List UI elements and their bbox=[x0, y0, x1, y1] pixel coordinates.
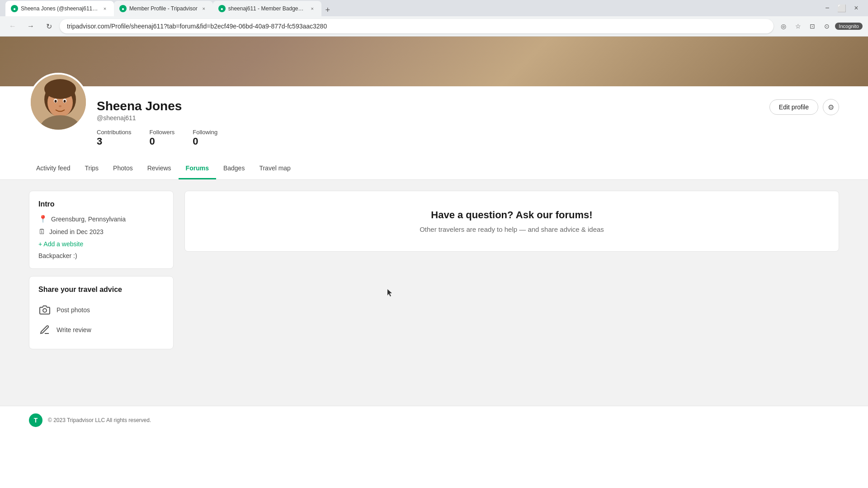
stats-row: Contributions 3 Followers 0 Following 0 bbox=[97, 129, 760, 147]
profile-actions: Edit profile ⚙ bbox=[769, 95, 839, 115]
profile-info: Sheena Jones @sheenaj611 Contributions 3… bbox=[97, 95, 760, 155]
intro-bio: Backpacker :) bbox=[38, 252, 164, 259]
svg-point-10 bbox=[43, 309, 47, 312]
address-icons: ◎ ☆ ⊡ ⊙ Incognito bbox=[777, 20, 863, 33]
incognito-badge: Incognito bbox=[835, 23, 863, 30]
bookmark-icon[interactable]: ⊡ bbox=[806, 20, 819, 33]
tab-favicon-3: ● bbox=[218, 5, 226, 12]
tabs-bar: ● Sheena Jones (@sheenaj611) - T... × ● … bbox=[0, 0, 868, 16]
settings-icon: ⚙ bbox=[828, 103, 834, 112]
pencil-icon bbox=[38, 324, 51, 336]
write-review-label: Write review bbox=[57, 326, 91, 333]
footer-logo: T bbox=[29, 413, 42, 427]
browser-tab-1[interactable]: ● Sheena Jones (@sheenaj611) - T... × bbox=[5, 1, 114, 16]
edit-profile-button[interactable]: Edit profile bbox=[769, 99, 818, 115]
forum-card: Have a question? Ask our forums! Other t… bbox=[184, 191, 839, 252]
location-icon: 📍 bbox=[38, 215, 47, 223]
tab-badges[interactable]: Badges bbox=[216, 158, 252, 179]
following-label: Following bbox=[193, 129, 217, 136]
profile-username: @sheenaj611 bbox=[97, 114, 760, 122]
post-photos-label: Post photos bbox=[57, 306, 90, 314]
back-button[interactable]: ← bbox=[5, 19, 20, 33]
sidebar: Intro 📍 Greensburg, Pennsylvania 🗓 Joine… bbox=[29, 180, 174, 406]
window-maximize-button[interactable]: ⬜ bbox=[835, 2, 848, 14]
profile-name: Sheena Jones bbox=[97, 99, 760, 113]
following-value: 0 bbox=[193, 136, 217, 147]
tab-travel-map[interactable]: Travel map bbox=[252, 158, 298, 179]
tab-favicon-1: ● bbox=[11, 5, 18, 12]
window-minimize-button[interactable]: − bbox=[821, 2, 834, 14]
share-title: Share your travel advice bbox=[38, 286, 164, 294]
calendar-icon: 🗓 bbox=[38, 228, 46, 236]
tab-label-3: sheenaj611 - Member Badges -... bbox=[228, 5, 306, 12]
profile-icon[interactable]: ⊙ bbox=[821, 20, 833, 33]
profile-content: Sheena Jones @sheenaj611 Contributions 3… bbox=[29, 86, 839, 155]
forum-subtitle: Other travelers are ready to help — and … bbox=[203, 225, 821, 233]
refresh-button[interactable]: ↻ bbox=[42, 19, 56, 33]
page: Sheena Jones @sheenaj611 Contributions 3… bbox=[0, 37, 868, 434]
tab-reviews[interactable]: Reviews bbox=[140, 158, 179, 179]
joined-text: Joined in Dec 2023 bbox=[49, 228, 104, 235]
tab-photos[interactable]: Photos bbox=[106, 158, 140, 179]
tab-close-2[interactable]: × bbox=[200, 5, 208, 12]
intro-website[interactable]: + Add a website bbox=[38, 240, 164, 248]
window-close-button[interactable]: × bbox=[850, 2, 863, 14]
forum-title: Have a question? Ask our forums! bbox=[203, 209, 821, 221]
intro-card: Intro 📍 Greensburg, Pennsylvania 🗓 Joine… bbox=[29, 191, 174, 269]
contributions-label: Contributions bbox=[97, 129, 132, 136]
main-content: Intro 📍 Greensburg, Pennsylvania 🗓 Joine… bbox=[0, 180, 868, 406]
avatar-container bbox=[29, 73, 88, 131]
avatar bbox=[29, 73, 88, 131]
stat-followers[interactable]: Followers 0 bbox=[150, 129, 175, 147]
svg-point-9 bbox=[59, 105, 61, 107]
tab-close-1[interactable]: × bbox=[101, 5, 108, 12]
address-input[interactable] bbox=[60, 19, 774, 33]
followers-label: Followers bbox=[150, 129, 175, 136]
settings-button[interactable]: ⚙ bbox=[823, 99, 839, 115]
stat-following[interactable]: Following 0 bbox=[193, 129, 217, 147]
followers-value: 0 bbox=[150, 136, 175, 147]
contributions-value: 3 bbox=[97, 136, 132, 147]
share-card: Share your travel advice Post photos bbox=[29, 276, 174, 349]
stat-contributions: Contributions 3 bbox=[97, 129, 132, 147]
browser-tab-3[interactable]: ● sheenaj611 - Member Badges -... × bbox=[213, 1, 321, 16]
new-tab-button[interactable]: + bbox=[321, 4, 334, 16]
location-text: Greensburg, Pennsylvania bbox=[51, 216, 126, 223]
profile-section: Sheena Jones @sheenaj611 Contributions 3… bbox=[0, 86, 868, 180]
tab-close-3[interactable]: × bbox=[309, 5, 316, 12]
star-icon[interactable]: ☆ bbox=[792, 20, 804, 33]
forum-content: Have a question? Ask our forums! Other t… bbox=[174, 180, 839, 406]
footer: T © 2023 Tripadvisor LLC All rights rese… bbox=[0, 406, 868, 434]
write-review-item[interactable]: Write review bbox=[38, 320, 164, 340]
intro-title: Intro bbox=[38, 200, 164, 208]
incognito-label: Incognito bbox=[839, 23, 859, 29]
cover-photo bbox=[0, 37, 868, 86]
add-website-link[interactable]: + Add a website bbox=[38, 240, 83, 248]
tab-favicon-2: ● bbox=[119, 5, 127, 12]
incognito-icon: ◎ bbox=[777, 20, 790, 33]
camera-icon bbox=[38, 304, 51, 316]
post-photos-item[interactable]: Post photos bbox=[38, 300, 164, 320]
forward-button[interactable]: → bbox=[24, 19, 38, 33]
tab-label-2: Member Profile - Tripadvisor bbox=[129, 5, 198, 12]
browser-tab-2[interactable]: ● Member Profile - Tripadvisor × bbox=[114, 1, 213, 16]
profile-tabs: Activity feed Trips Photos Reviews Forum… bbox=[29, 158, 839, 179]
svg-point-3 bbox=[44, 79, 76, 99]
tab-trips[interactable]: Trips bbox=[77, 158, 106, 179]
tab-forums[interactable]: Forums bbox=[179, 158, 216, 179]
tab-label-1: Sheena Jones (@sheenaj611) - T... bbox=[21, 5, 99, 12]
intro-location: 📍 Greensburg, Pennsylvania bbox=[38, 215, 164, 223]
browser-chrome: ● Sheena Jones (@sheenaj611) - T... × ● … bbox=[0, 0, 868, 37]
tab-activity-feed[interactable]: Activity feed bbox=[29, 158, 77, 179]
svg-point-8 bbox=[64, 100, 66, 103]
intro-joined: 🗓 Joined in Dec 2023 bbox=[38, 228, 164, 236]
svg-point-7 bbox=[55, 100, 57, 103]
footer-text: © 2023 Tripadvisor LLC All rights reserv… bbox=[48, 417, 151, 423]
address-bar: ← → ↻ ◎ ☆ ⊡ ⊙ Incognito bbox=[0, 16, 868, 36]
